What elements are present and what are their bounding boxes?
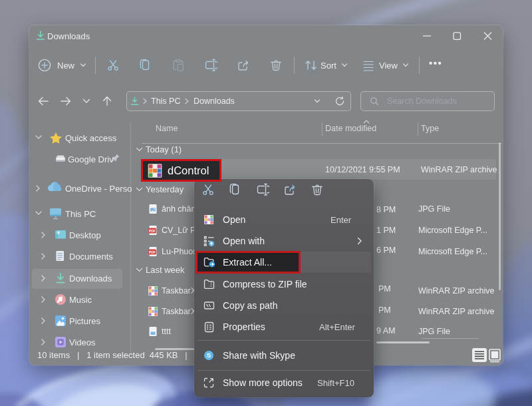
- svg-text:PDF: PDF: [149, 229, 156, 233]
- svg-text:S: S: [207, 351, 211, 359]
- svg-text:PDF: PDF: [149, 250, 156, 254]
